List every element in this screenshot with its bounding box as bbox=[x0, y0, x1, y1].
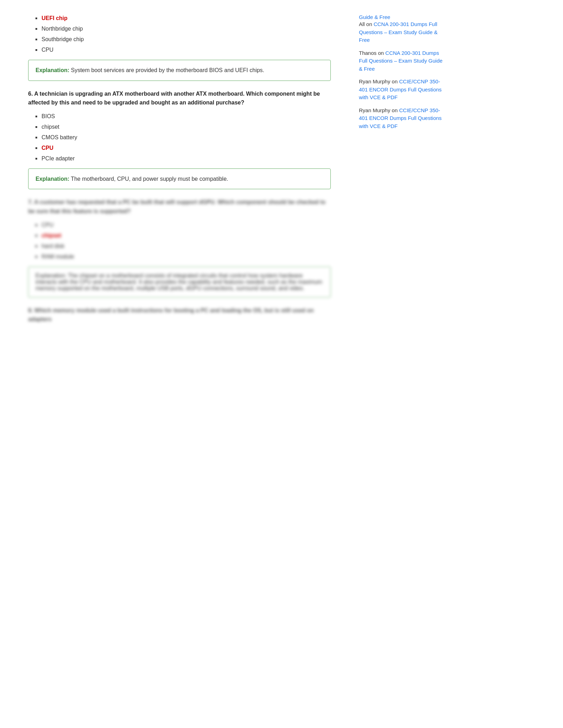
sidebar-item-3: Ryan Murphy on CCIE/CCNP 350-401 ENCOR D… bbox=[359, 78, 443, 102]
q7-bullet-4: RAM module bbox=[35, 253, 331, 261]
q6-bullet-5: PCIe adapter bbox=[35, 154, 331, 163]
q5-bullet-1: UEFI chip bbox=[35, 14, 331, 23]
sidebar-author-2: Thanos on bbox=[359, 50, 385, 56]
q7-option-3-text: hard disk bbox=[42, 242, 64, 250]
sidebar-author-3: Ryan Murphy on bbox=[359, 78, 399, 84]
q6-explanation-label: Explanation: bbox=[36, 176, 69, 182]
q7-option-1-text: CPU bbox=[42, 221, 53, 229]
q6-explanation-text: Explanation: The motherboard, CPU, and p… bbox=[36, 176, 228, 182]
sidebar-item-1: All on CCNA 200-301 Dumps Full Questions… bbox=[359, 20, 443, 44]
main-content: UEFI chip Northbridge chip Southbridge c… bbox=[0, 7, 345, 336]
q6-bullet-2: chipset bbox=[35, 123, 331, 131]
q7-explanation-text: Explanation: The chipset on a motherboar… bbox=[36, 273, 322, 291]
q8-section: 8. Which memory module used a built inst… bbox=[28, 306, 331, 324]
q6-option-2-text: chipset bbox=[42, 123, 59, 131]
q7-bullet-2: chipset bbox=[35, 231, 331, 240]
q6-option-5-text: PCIe adapter bbox=[42, 154, 75, 163]
q7-bullet-1: CPU bbox=[35, 221, 331, 229]
q8-question-text: 8. Which memory module used a built inst… bbox=[28, 306, 331, 324]
q5-bullet-list: UEFI chip Northbridge chip Southbridge c… bbox=[35, 14, 331, 54]
q7-option-4-text: RAM module bbox=[42, 253, 74, 261]
q6-bullet-3: CMOS battery bbox=[35, 133, 331, 142]
q7-question-text: 7. A customer has requested that a PC be… bbox=[28, 198, 331, 216]
sidebar-item-2: Thanos on CCNA 200-301 Dumps Full Questi… bbox=[359, 49, 443, 73]
q6-option-1-text: BIOS bbox=[42, 112, 55, 121]
q5-explanation-label: Explanation: bbox=[36, 67, 69, 73]
q5-explanation-box: Explanation: System boot services are pr… bbox=[28, 60, 331, 81]
sidebar-author-1: All on bbox=[359, 21, 374, 27]
q5-answer-text: UEFI chip bbox=[42, 14, 68, 23]
q7-answer-text: chipset bbox=[42, 231, 61, 240]
q6-question-text: 6. A technician is upgrading an ATX moth… bbox=[28, 89, 331, 107]
q5-explanation-text: Explanation: System boot services are pr… bbox=[36, 67, 264, 73]
q6-section: 6. A technician is upgrading an ATX moth… bbox=[28, 89, 331, 190]
q5-option-4-text: CPU bbox=[42, 46, 53, 54]
q5-bullet-3: Southbridge chip bbox=[35, 35, 331, 44]
q5-bullet-2: Northbridge chip bbox=[35, 25, 331, 33]
q6-answer-text: CPU bbox=[42, 144, 53, 152]
sidebar-title-link[interactable]: Guide & Free bbox=[359, 14, 390, 20]
sidebar: Guide & Free All on CCNA 200-301 Dumps F… bbox=[345, 7, 450, 336]
q5-bullet-4: CPU bbox=[35, 46, 331, 54]
q7-bullet-3: hard disk bbox=[35, 242, 331, 250]
sidebar-item-4: Ryan Murphy on CCIE/CCNP 350-401 ENCOR D… bbox=[359, 107, 443, 130]
q6-bullet-4: CPU bbox=[35, 144, 331, 152]
q5-option-2-text: Northbridge chip bbox=[42, 25, 83, 33]
sidebar-author-4: Ryan Murphy on bbox=[359, 107, 399, 113]
q6-explanation-box: Explanation: The motherboard, CPU, and p… bbox=[28, 168, 331, 190]
q7-bullet-list: CPU chipset hard disk RAM module bbox=[35, 221, 331, 261]
q6-bullet-list: BIOS chipset CMOS battery CPU PCIe adapt… bbox=[35, 112, 331, 163]
q5-option-3-text: Southbridge chip bbox=[42, 35, 84, 44]
q6-option-3-text: CMOS battery bbox=[42, 133, 77, 142]
q5-bullets: UEFI chip Northbridge chip Southbridge c… bbox=[28, 14, 331, 81]
q7-explanation-box: Explanation: The chipset on a motherboar… bbox=[28, 267, 331, 298]
q7-section: 7. A customer has requested that a PC be… bbox=[28, 198, 331, 261]
q7-explanation-label: Explanation: bbox=[36, 273, 67, 279]
q6-bullet-1: BIOS bbox=[35, 112, 331, 121]
